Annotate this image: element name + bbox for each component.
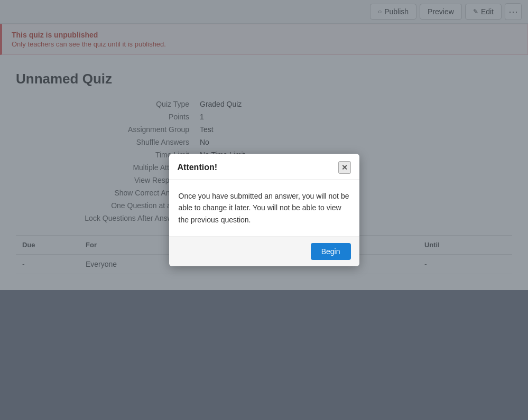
- close-icon: ✕: [341, 163, 348, 172]
- modal-body: Once you have submitted an answer, you w…: [169, 180, 359, 236]
- modal-footer: Begin: [169, 236, 359, 266]
- modal-overlay: Attention! ✕ Once you have submitted an …: [0, 0, 528, 417]
- attention-modal: Attention! ✕ Once you have submitted an …: [169, 154, 359, 266]
- modal-close-button[interactable]: ✕: [338, 161, 351, 174]
- modal-body-text: Once you have submitted an answer, you w…: [179, 190, 350, 226]
- modal-header: Attention! ✕: [169, 154, 359, 180]
- modal-title: Attention!: [178, 163, 218, 172]
- begin-button[interactable]: Begin: [311, 243, 351, 260]
